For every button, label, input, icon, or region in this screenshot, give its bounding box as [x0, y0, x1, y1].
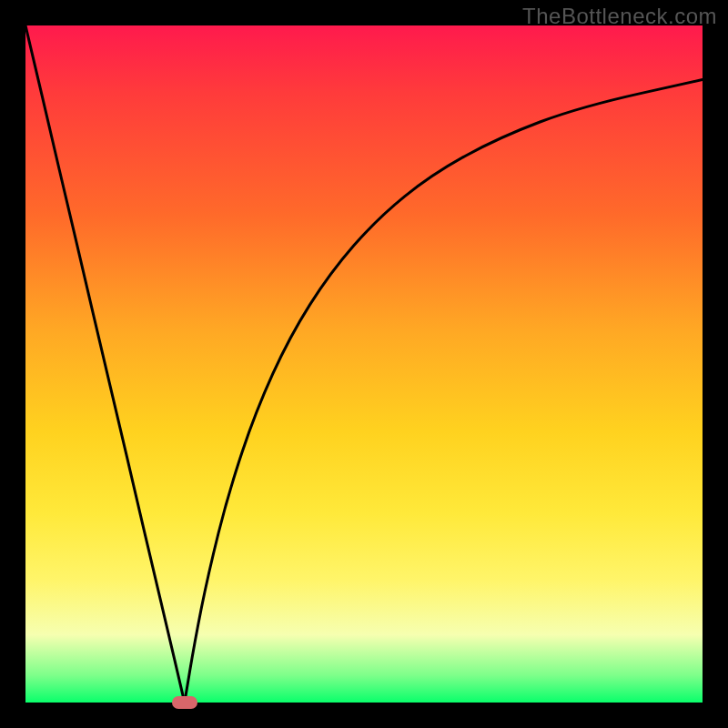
cusp-marker: [172, 696, 197, 709]
curve-left-branch: [25, 25, 185, 703]
watermark-text: TheBottleneck.com: [522, 4, 717, 29]
plot-area: [25, 25, 703, 703]
curve-right-branch: [185, 80, 703, 703]
chart-root: TheBottleneck.com: [0, 0, 728, 728]
curve-layer: [25, 25, 703, 703]
